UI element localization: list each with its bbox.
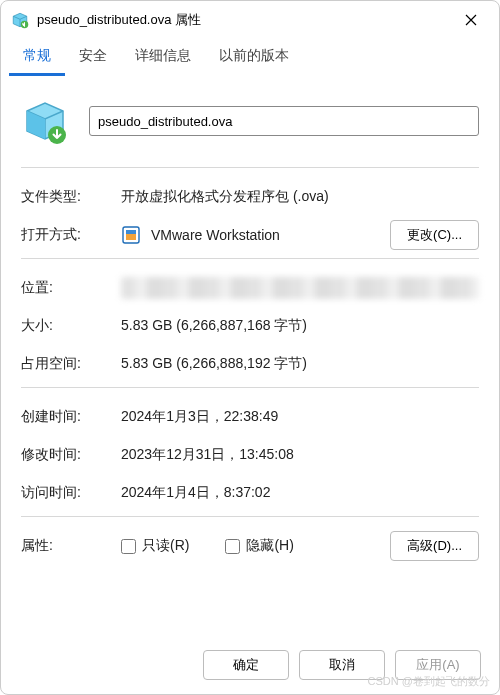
close-button[interactable] bbox=[455, 4, 487, 36]
tab-security[interactable]: 安全 bbox=[65, 39, 121, 76]
advanced-button[interactable]: 高级(D)... bbox=[390, 531, 479, 561]
hidden-checkbox[interactable] bbox=[225, 539, 240, 554]
tab-strip: 常规 安全 详细信息 以前的版本 bbox=[1, 39, 499, 77]
accessed-value: 2024年1月4日，8:37:02 bbox=[121, 484, 479, 502]
vmware-icon bbox=[121, 225, 141, 245]
change-button[interactable]: 更改(C)... bbox=[390, 220, 479, 250]
tab-content-general: 文件类型: 开放虚拟化格式分发程序包 (.ova) 打开方式: VMware W… bbox=[1, 77, 499, 636]
size-label: 大小: bbox=[21, 317, 121, 335]
box-icon bbox=[11, 11, 29, 29]
svg-rect-4 bbox=[126, 230, 136, 234]
tab-general[interactable]: 常规 bbox=[9, 39, 65, 76]
separator bbox=[21, 387, 479, 388]
attributes-label: 属性: bbox=[21, 537, 121, 555]
close-icon bbox=[465, 14, 477, 26]
disk-value: 5.83 GB (6,266,888,192 字节) bbox=[121, 355, 479, 373]
hidden-checkbox-wrap[interactable]: 隐藏(H) bbox=[225, 537, 293, 555]
filetype-label: 文件类型: bbox=[21, 188, 121, 206]
accessed-label: 访问时间: bbox=[21, 484, 121, 502]
tab-details[interactable]: 详细信息 bbox=[121, 39, 205, 76]
separator bbox=[21, 258, 479, 259]
size-value: 5.83 GB (6,266,887,168 字节) bbox=[121, 317, 479, 335]
disk-label: 占用空间: bbox=[21, 355, 121, 373]
modified-label: 修改时间: bbox=[21, 446, 121, 464]
readonly-label: 只读(R) bbox=[142, 537, 189, 555]
dialog-footer: 确定 取消 应用(A) bbox=[1, 636, 499, 694]
cancel-button[interactable]: 取消 bbox=[299, 650, 385, 680]
readonly-checkbox[interactable] bbox=[121, 539, 136, 554]
location-value bbox=[121, 277, 479, 299]
ok-button[interactable]: 确定 bbox=[203, 650, 289, 680]
hidden-label: 隐藏(H) bbox=[246, 537, 293, 555]
separator bbox=[21, 167, 479, 168]
created-label: 创建时间: bbox=[21, 408, 121, 426]
apply-button[interactable]: 应用(A) bbox=[395, 650, 481, 680]
modified-value: 2023年12月31日，13:45:08 bbox=[121, 446, 479, 464]
location-redacted bbox=[121, 277, 479, 299]
location-label: 位置: bbox=[21, 279, 121, 297]
openwith-app: VMware Workstation bbox=[151, 227, 380, 243]
window-title: pseudo_distributed.ova 属性 bbox=[37, 11, 455, 29]
created-value: 2024年1月3日，22:38:49 bbox=[121, 408, 479, 426]
separator bbox=[21, 516, 479, 517]
tab-previous-versions[interactable]: 以前的版本 bbox=[205, 39, 303, 76]
properties-dialog: pseudo_distributed.ova 属性 常规 安全 详细信息 以前的… bbox=[0, 0, 500, 695]
package-icon bbox=[21, 97, 69, 145]
filename-input[interactable] bbox=[89, 106, 479, 136]
filetype-value: 开放虚拟化格式分发程序包 (.ova) bbox=[121, 188, 479, 206]
titlebar: pseudo_distributed.ova 属性 bbox=[1, 1, 499, 39]
openwith-label: 打开方式: bbox=[21, 226, 121, 244]
readonly-checkbox-wrap[interactable]: 只读(R) bbox=[121, 537, 189, 555]
